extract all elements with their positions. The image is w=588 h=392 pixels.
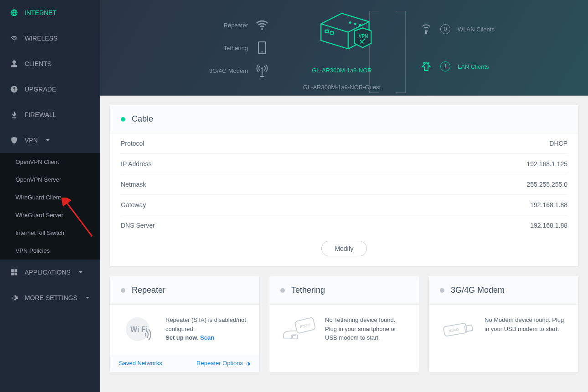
- topo-left: Repeater Tethering 3G/4G Modem: [100, 0, 283, 96]
- kv-val: DHCP: [549, 140, 567, 147]
- card-footer: Saved Networks Repeater Options: [110, 354, 259, 372]
- kv-key: IP Address: [121, 160, 151, 168]
- saved-networks-link[interactable]: Saved Networks: [119, 360, 162, 367]
- chevron-down-icon: [86, 297, 89, 299]
- content: Cable ProtocolDHCP IP Address192.168.1.1…: [100, 96, 588, 392]
- link-text: Repeater Options: [196, 360, 243, 367]
- svg-rect-18: [464, 325, 473, 332]
- modem-text: No Modem device found. Plug in your USB …: [485, 316, 567, 333]
- topo-label: WLAN Clients: [458, 26, 495, 33]
- kv-row: Gateway192.168.1.88: [121, 195, 567, 215]
- wifi-signal-icon: [255, 19, 269, 31]
- repeater-text: Repeater (STA) is disabled/not configure…: [165, 316, 248, 342]
- kv-key: Gateway: [121, 201, 146, 209]
- nav-label: INTERNET: [25, 9, 57, 16]
- router-guest-name: GL-AR300M-1a9-NOR-Guest: [303, 84, 381, 91]
- sub-vpn-policies[interactable]: VPN Policies: [0, 242, 100, 260]
- kv-row: DNS Server192.168.1.88: [121, 215, 567, 235]
- card-title: Cable: [132, 114, 153, 124]
- status-dot-icon: [440, 288, 444, 293]
- card-header: Tethering: [269, 276, 419, 305]
- topo-modem[interactable]: 3G/4G Modem: [209, 64, 269, 77]
- card-header: Cable: [110, 105, 578, 133]
- svg-point-5: [360, 25, 361, 26]
- repeater-card: Repeater Wi Fi Repeater (STA) is disable…: [109, 276, 260, 372]
- kv-row: Netmask255.255.255.0: [121, 174, 567, 195]
- chevron-down-icon: [79, 271, 83, 273]
- status-dot-icon: [121, 117, 125, 122]
- svg-text:3G/4G: 3G/4G: [448, 327, 459, 333]
- card-header: Repeater: [110, 276, 259, 305]
- phone-cable-icon: Phone: [280, 316, 317, 343]
- cards-grid: Repeater Wi Fi Repeater (STA) is disable…: [109, 276, 579, 372]
- topo-label: Tethering: [224, 45, 248, 51]
- nav-label: WIRELESS: [25, 35, 57, 42]
- topo-wlan-clients[interactable]: 0 WLAN Clients: [419, 23, 495, 36]
- text-strong: Set up now.: [165, 334, 198, 341]
- lan-count: 1: [440, 61, 450, 71]
- chevron-down-icon: [46, 139, 50, 141]
- shield-icon: [10, 136, 18, 144]
- tethering-card: Tethering Phone No Tethering device foun…: [269, 276, 419, 372]
- sidebar: INTERNET WIRELESS CLIENTS UPGRADE FIREWA…: [0, 0, 100, 392]
- nav-label: UPGRADE: [25, 86, 56, 93]
- sub-wireguard-server[interactable]: WireGuard Server: [0, 206, 100, 224]
- user-icon: [10, 60, 18, 68]
- modify-row: Modify: [110, 235, 578, 266]
- grid-icon: [10, 268, 18, 276]
- upgrade-icon: [10, 85, 18, 93]
- nav-internet[interactable]: INTERNET: [0, 0, 100, 25]
- svg-text:Wi Fi: Wi Fi: [130, 326, 148, 333]
- router-name: GL-AR300M-1a9-NOR: [312, 67, 372, 74]
- cable-rows: ProtocolDHCP IP Address192.168.1.125 Net…: [110, 133, 578, 235]
- topo-tethering[interactable]: Tethering: [224, 41, 269, 54]
- nav-vpn[interactable]: VPN: [0, 127, 100, 153]
- svg-text:Phone: Phone: [299, 322, 311, 329]
- card-title: Tethering: [291, 285, 325, 295]
- svg-point-13: [134, 329, 135, 330]
- vpn-submenu: OpenVPN Client OpenVPN Server WireGuard …: [0, 153, 100, 260]
- svg-rect-7: [330, 32, 333, 34]
- text-line: Repeater (STA) is disabled/not configure…: [165, 316, 246, 332]
- firewall-icon: [10, 111, 18, 119]
- nav-more-settings[interactable]: MORE SETTINGS: [0, 285, 100, 311]
- kv-key: DNS Server: [121, 222, 155, 229]
- modify-button[interactable]: Modify: [321, 241, 366, 256]
- tethering-text: No Tethering device found. Plug in your …: [325, 316, 408, 342]
- sub-kill-switch[interactable]: Internet Kill Switch: [0, 224, 100, 242]
- topo-repeater[interactable]: Repeater: [224, 19, 269, 31]
- card-title: Repeater: [132, 285, 165, 295]
- topo-lan-clients[interactable]: 1 LAN Clients: [419, 60, 489, 73]
- nav-applications[interactable]: APPLICATIONS: [0, 260, 100, 285]
- svg-point-1: [262, 51, 263, 53]
- svg-point-4: [355, 23, 356, 25]
- kv-val: 192.168.1.88: [530, 201, 567, 209]
- kv-row: ProtocolDHCP: [121, 133, 567, 154]
- globe-icon: [10, 9, 18, 17]
- sub-openvpn-client[interactable]: OpenVPN Client: [0, 153, 100, 171]
- svg-point-10: [428, 62, 429, 64]
- sub-openvpn-server[interactable]: OpenVPN Server: [0, 171, 100, 188]
- nav-clients[interactable]: CLIENTS: [0, 51, 100, 76]
- nav-label: APPLICATIONS: [25, 269, 71, 276]
- sub-wireguard-client[interactable]: WireGuard Client: [0, 188, 100, 206]
- wifi-badge-icon: Wi Fi: [121, 316, 157, 343]
- status-dot-icon: [121, 288, 125, 293]
- tower-icon: [255, 64, 269, 77]
- svg-point-9: [423, 62, 425, 64]
- nav-label: VPN: [25, 137, 38, 144]
- topology-header: Repeater Tethering 3G/4G Modem: [100, 0, 588, 96]
- scan-link[interactable]: Scan: [200, 334, 214, 341]
- card-body: Phone No Tethering device found. Plug in…: [269, 305, 419, 372]
- nav-firewall[interactable]: FIREWALL: [0, 102, 100, 127]
- nav-label: FIREWALL: [25, 111, 57, 118]
- cable-card: Cable ProtocolDHCP IP Address192.168.1.1…: [109, 105, 579, 267]
- svg-point-3: [350, 22, 351, 23]
- nav-upgrade[interactable]: UPGRADE: [0, 76, 100, 102]
- repeater-options-link[interactable]: Repeater Options: [196, 360, 250, 367]
- card-body: Wi Fi Repeater (STA) is disabled/not con…: [110, 305, 259, 354]
- nav-label: MORE SETTINGS: [25, 294, 77, 301]
- topo-label: Repeater: [224, 22, 248, 29]
- gear-icon: [245, 361, 250, 367]
- nav-wireless[interactable]: WIRELESS: [0, 25, 100, 51]
